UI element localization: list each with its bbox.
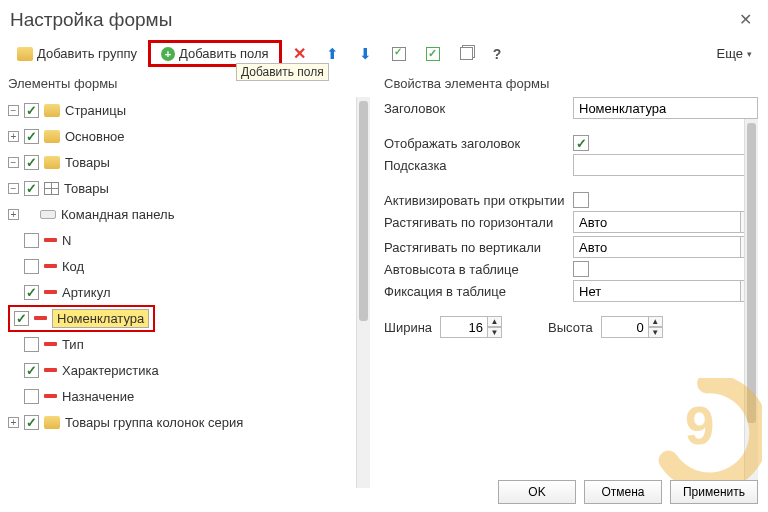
height-input[interactable] — [601, 316, 649, 338]
expander-icon[interactable]: + — [8, 209, 19, 220]
tree-node-n[interactable]: N — [8, 227, 370, 253]
table-icon — [44, 182, 59, 195]
tree-node-col-group[interactable]: +Товары группа колонок серия — [8, 409, 370, 435]
height-stepper[interactable]: ▲▼ — [601, 316, 663, 338]
stretch-h-select[interactable]: ▾ — [573, 211, 758, 233]
step-up-icon[interactable]: ▲ — [649, 316, 663, 327]
footer-buttons: OK Отмена Применить — [498, 480, 758, 504]
help-button[interactable]: ? — [484, 41, 511, 67]
label-fixation: Фиксация в таблице — [384, 284, 569, 299]
scrollbar-thumb[interactable] — [747, 123, 756, 423]
folder-icon — [44, 156, 60, 169]
arrow-up-icon: ⬆ — [326, 45, 339, 63]
tree-node-code[interactable]: Код — [8, 253, 370, 279]
checkbox[interactable] — [14, 311, 29, 326]
add-group-button[interactable]: Добавить группу — [8, 41, 146, 66]
label-autoh: Автовысота в таблице — [384, 262, 569, 277]
more-label: Еще — [717, 46, 743, 61]
tree-node-char[interactable]: Характеристика — [8, 357, 370, 383]
arrow-down-icon: ⬇ — [359, 45, 372, 63]
plus-icon: + — [161, 47, 175, 61]
title-input[interactable] — [573, 97, 758, 119]
folder-icon — [44, 104, 60, 117]
scrollbar-thumb[interactable] — [359, 101, 368, 321]
check-square-icon: ✓ — [426, 47, 440, 61]
checkbox[interactable] — [24, 285, 39, 300]
tree-node-goods[interactable]: −Товары — [8, 149, 370, 175]
tree-node-article[interactable]: Артикул — [8, 279, 370, 305]
tree-node-cmd-panel[interactable]: +Командная панель — [8, 201, 370, 227]
tree-node-pages[interactable]: −Страницы — [8, 97, 370, 123]
field-icon — [44, 238, 57, 242]
checkbox[interactable] — [24, 181, 39, 196]
expander-icon[interactable]: − — [8, 105, 19, 116]
toolbar: Добавить группу + Добавить поля ✕ ⬆ ⬇ ✓ … — [0, 37, 768, 72]
stretch-v-select[interactable]: ▾ — [573, 236, 758, 258]
width-stepper[interactable]: ▲▼ — [440, 316, 502, 338]
checkbox[interactable] — [24, 103, 39, 118]
more-menu[interactable]: Еще ▾ — [709, 42, 760, 65]
folder-add-icon — [17, 47, 33, 61]
copy-button[interactable] — [451, 42, 482, 65]
step-down-icon[interactable]: ▼ — [488, 327, 502, 338]
show-title-checkbox[interactable] — [573, 135, 589, 151]
page-title: Настройка формы — [10, 9, 172, 31]
tree-node-nomen[interactable]: Номенклатура — [8, 305, 370, 331]
form-tree: −Страницы +Основное −Товары −Товары +Ком… — [8, 97, 370, 435]
tree-node-purpose[interactable]: Назначение — [8, 383, 370, 409]
checkbox[interactable] — [24, 363, 39, 378]
hint-input[interactable] — [573, 154, 758, 176]
tree-node-main[interactable]: +Основное — [8, 123, 370, 149]
autoh-checkbox[interactable] — [573, 261, 589, 277]
right-section-title: Свойства элемента формы — [384, 76, 758, 91]
activate-checkbox[interactable] — [573, 192, 589, 208]
expander-icon[interactable]: + — [8, 417, 19, 428]
label-activate: Активизировать при открытии — [384, 193, 569, 208]
checkbox[interactable] — [24, 337, 39, 352]
checkbox[interactable] — [24, 155, 39, 170]
checkbox[interactable] — [24, 259, 39, 274]
expander-icon[interactable]: + — [8, 131, 19, 142]
folder-icon — [44, 416, 60, 429]
tree-node-goods-table[interactable]: −Товары — [8, 175, 370, 201]
step-up-icon[interactable]: ▲ — [488, 316, 502, 327]
field-icon — [44, 394, 57, 398]
cancel-button[interactable]: Отмена — [584, 480, 662, 504]
add-fields-label: Добавить поля — [179, 46, 269, 61]
apply-button[interactable]: Применить — [670, 480, 758, 504]
field-icon — [44, 264, 57, 268]
label-hint: Подсказка — [384, 158, 569, 173]
close-icon[interactable]: ✕ — [733, 8, 758, 31]
fixation-select[interactable]: ▾ — [573, 280, 758, 302]
checkbox[interactable] — [24, 415, 39, 430]
checkbox[interactable] — [24, 389, 39, 404]
ok-button[interactable]: OK — [498, 480, 576, 504]
field-icon — [44, 368, 57, 372]
checklist-icon — [392, 47, 406, 61]
tooltip: Добавить поля — [236, 63, 329, 81]
field-icon — [34, 316, 47, 320]
scrollbar[interactable] — [744, 119, 758, 488]
check-all-button[interactable] — [383, 42, 415, 66]
width-input[interactable] — [440, 316, 488, 338]
label-stretch-h: Растягивать по горизонтали — [384, 215, 569, 230]
expander-icon[interactable]: − — [8, 157, 19, 168]
checkbox[interactable] — [24, 129, 39, 144]
delete-icon: ✕ — [293, 44, 306, 63]
question-icon: ? — [493, 46, 502, 62]
copy-icon — [460, 47, 473, 60]
move-down-button[interactable]: ⬇ — [350, 40, 381, 68]
label-stretch-v: Растягивать по вертикали — [384, 240, 569, 255]
expander-icon[interactable]: − — [8, 183, 19, 194]
step-down-icon[interactable]: ▼ — [649, 327, 663, 338]
label-title: Заголовок — [384, 101, 569, 116]
panel-icon — [40, 210, 56, 219]
tree-node-type[interactable]: Тип — [8, 331, 370, 357]
scrollbar[interactable] — [356, 97, 370, 488]
properties-grid: Заголовок Отображать заголовок Подсказка… — [384, 97, 758, 302]
label-height: Высота — [548, 320, 593, 335]
check-button[interactable]: ✓ — [417, 42, 449, 66]
field-icon — [44, 290, 57, 294]
checkbox[interactable] — [24, 233, 39, 248]
chevron-down-icon: ▾ — [747, 49, 752, 59]
